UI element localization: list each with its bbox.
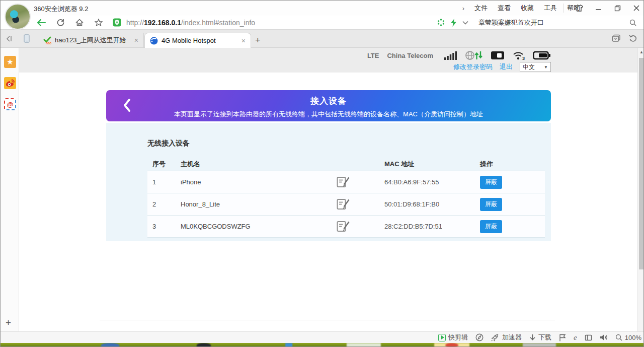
tab-list-icon[interactable] bbox=[612, 34, 621, 42]
compass-speed-icon[interactable] bbox=[475, 333, 484, 341]
user-avatar[interactable] bbox=[5, 4, 31, 30]
zoom-control[interactable]: 100% bbox=[615, 334, 641, 341]
back-chevron-icon[interactable] bbox=[122, 98, 131, 112]
restore-button[interactable] bbox=[612, 3, 622, 13]
ie-mode-icon[interactable]: e bbox=[574, 333, 577, 342]
search-query-text: 章莹颖案嫌犯首次开口 bbox=[478, 18, 629, 27]
search-input[interactable]: 章莹颖案嫌犯首次开口 bbox=[474, 17, 640, 29]
desktop-icon-fragment bbox=[197, 343, 211, 347]
select-arrow-icon: ▼ bbox=[544, 65, 548, 70]
search-icon[interactable] bbox=[629, 19, 636, 26]
page-banner: 接入设备 本页面显示了连接到本路由器的所有无线终端，其中包括无线终端的设备名称、… bbox=[106, 90, 551, 121]
tab-bar: hao hao123_上网从这里开始 × 4G Mobile Hotspot ×… bbox=[1, 30, 644, 48]
compatibility-mode-icon[interactable] bbox=[437, 19, 445, 26]
download-tool[interactable]: 下载 bbox=[529, 333, 551, 342]
battery-icon bbox=[533, 51, 551, 60]
zoom-level: 100% bbox=[625, 334, 641, 341]
tab-close-icon[interactable]: × bbox=[134, 36, 138, 44]
favorites-star-icon[interactable]: ★ bbox=[4, 56, 16, 68]
window-layout-icon[interactable] bbox=[585, 334, 592, 341]
accelerator-tool[interactable]: 加速器 bbox=[491, 333, 522, 342]
table-row: 2 Honor_8_Lite 50:01:D9:68:1F:B0 屏蔽 bbox=[147, 193, 545, 216]
scroll-up-arrow-icon[interactable]: ▲ bbox=[639, 50, 643, 54]
url-scheme: http:// bbox=[126, 19, 144, 27]
browser-window: 360安全浏览器 9.2 › 文件 查看 收藏 工具 帮助 bbox=[0, 0, 644, 347]
dropdown-chevron-icon[interactable] bbox=[462, 21, 468, 25]
table-row: 3 ML0KQBCGODSWZFG 28:C2:DD:B5:7D:51 屏蔽 bbox=[147, 216, 545, 238]
tab-bar-right bbox=[612, 34, 637, 42]
url-path: /index.html#station_info bbox=[181, 19, 255, 27]
device-mac: 64:B0:A6:9F:57:55 bbox=[379, 178, 475, 186]
sim-card-icon bbox=[491, 51, 505, 60]
quick-clip-label: 快剪辑 bbox=[448, 333, 468, 342]
edit-hostname-icon[interactable] bbox=[332, 198, 379, 210]
desktop-taskbar-strip bbox=[1, 343, 644, 347]
divider bbox=[564, 4, 564, 13]
menu-favorites[interactable]: 收藏 bbox=[521, 4, 534, 13]
account-links: 修改登录密码 退出 中文 ▼ bbox=[453, 62, 551, 72]
url-field[interactable]: http://192.168.0.1/index.html#station_in… bbox=[113, 18, 437, 27]
device-index: 1 bbox=[147, 178, 176, 186]
device-hostname: ML0KQBCGODSWZFG bbox=[176, 223, 332, 230]
block-device-button[interactable]: 屏蔽 bbox=[480, 198, 502, 211]
language-select[interactable]: 中文 ▼ bbox=[520, 62, 551, 72]
back-icon[interactable] bbox=[37, 19, 46, 26]
mail-icon[interactable]: @ bbox=[4, 98, 16, 110]
signal-strength-icon bbox=[444, 51, 457, 60]
site-safety-shield-icon[interactable] bbox=[113, 18, 121, 27]
address-bar-right: 章莹颖案嫌犯首次开口 bbox=[437, 17, 640, 29]
quick-clip-tool[interactable]: 快剪辑 bbox=[438, 333, 468, 342]
menu-tools[interactable]: 工具 bbox=[544, 4, 557, 13]
accelerator-label: 加速器 bbox=[502, 333, 522, 342]
hao123-favicon: hao bbox=[43, 36, 51, 44]
nav-buttons bbox=[37, 19, 103, 26]
speed-mode-lightning-icon[interactable] bbox=[451, 19, 456, 27]
scrollbar-thumb[interactable] bbox=[639, 58, 644, 269]
quick-clip-icon bbox=[438, 334, 446, 341]
menu-expand-icon[interactable]: › bbox=[462, 5, 464, 12]
close-button[interactable] bbox=[631, 3, 641, 13]
home-icon[interactable] bbox=[75, 19, 84, 26]
tab-bar-left bbox=[6, 34, 30, 43]
device-hostname: Honor_8_Lite bbox=[176, 200, 332, 208]
device-hostname: iPhone bbox=[176, 178, 332, 186]
block-device-button[interactable]: 屏蔽 bbox=[480, 220, 502, 233]
wifi-clients-icon: 3 bbox=[513, 51, 525, 60]
col-header-mac: MAC 地址 bbox=[379, 160, 475, 169]
speaker-icon[interactable] bbox=[600, 334, 608, 341]
edit-hostname-icon[interactable] bbox=[332, 221, 379, 232]
minimize-button[interactable] bbox=[593, 3, 603, 13]
network-type-label: LTE bbox=[367, 52, 379, 59]
vertical-scrollbar[interactable]: ▲ bbox=[637, 48, 644, 331]
edit-hostname-icon[interactable] bbox=[332, 176, 379, 188]
device-mac: 28:C2:DD:B5:7D:51 bbox=[379, 223, 475, 230]
menu-file[interactable]: 文件 bbox=[474, 4, 488, 13]
block-device-button[interactable]: 屏蔽 bbox=[480, 176, 502, 189]
tab-hao123[interactable]: hao hao123_上网从这里开始 × bbox=[38, 33, 144, 48]
window-controls bbox=[564, 1, 641, 16]
skin-theme-icon[interactable] bbox=[574, 3, 584, 13]
page-footer-divider bbox=[100, 320, 555, 320]
col-header-hostname: 主机名 bbox=[176, 160, 332, 169]
rocket-icon bbox=[491, 333, 500, 341]
carrier-label: China Telecom bbox=[387, 52, 433, 59]
menu-view[interactable]: 查看 bbox=[498, 4, 511, 13]
tab-close-icon[interactable]: × bbox=[242, 37, 246, 45]
reopen-closed-tab-icon[interactable] bbox=[629, 35, 637, 42]
collapse-sidebar-icon[interactable] bbox=[6, 35, 13, 42]
devices-panel: 无线接入设备 序号 主机名 MAC 地址 操作 1 iPhone bbox=[106, 123, 551, 241]
tab-4g-hotspot[interactable]: 4G Mobile Hotspot × bbox=[144, 33, 251, 48]
bookmark-star-icon[interactable] bbox=[95, 19, 103, 26]
weibo-icon[interactable] bbox=[4, 77, 16, 89]
window-title: 360安全浏览器 9.2 bbox=[34, 5, 88, 14]
change-password-link[interactable]: 修改登录密码 bbox=[453, 62, 493, 72]
logout-link[interactable]: 退出 bbox=[500, 62, 513, 72]
refresh-icon[interactable] bbox=[57, 19, 64, 26]
router-status-header: LTE China Telecom 3 bbox=[19, 48, 637, 73]
page-description: 本页面显示了连接到本路由器的所有无线终端，其中包括无线终端的设备名称、MAC（介… bbox=[106, 110, 551, 119]
flag-report-icon[interactable] bbox=[559, 334, 566, 341]
tab-label: hao123_上网从这里开始 bbox=[55, 36, 131, 45]
send-to-phone-icon[interactable] bbox=[24, 34, 30, 43]
add-sidebar-app-button[interactable]: + bbox=[6, 317, 11, 328]
new-tab-button[interactable]: + bbox=[255, 36, 261, 45]
